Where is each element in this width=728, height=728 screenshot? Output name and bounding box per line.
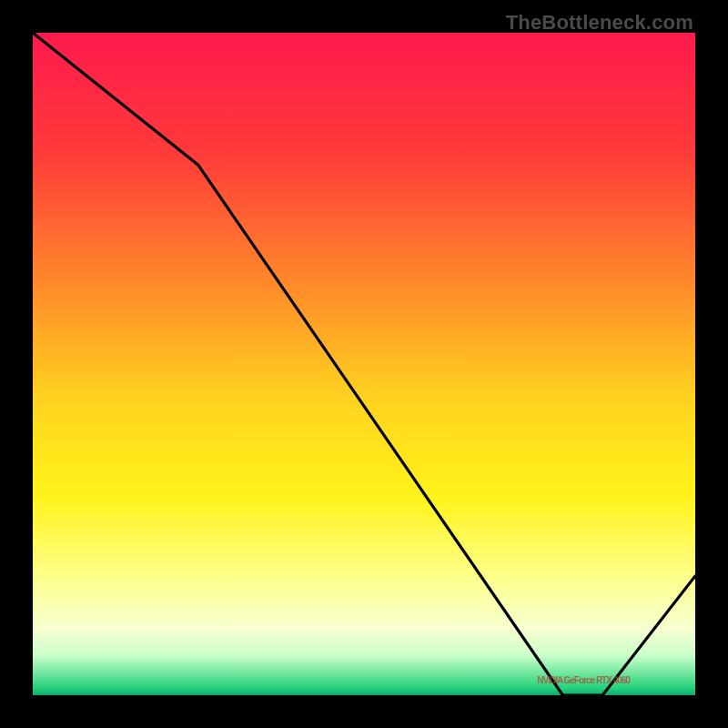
- watermark-text: TheBottleneck.com: [506, 11, 693, 35]
- bottleneck-line: [33, 33, 695, 695]
- plot-area: NVIDIA GeForce RTX 4060: [33, 33, 695, 695]
- chart-frame: NVIDIA GeForce RTX 4060 TheBottleneck.co…: [0, 0, 728, 728]
- baseline-gpu-label: NVIDIA GeForce RTX 4060: [537, 675, 630, 685]
